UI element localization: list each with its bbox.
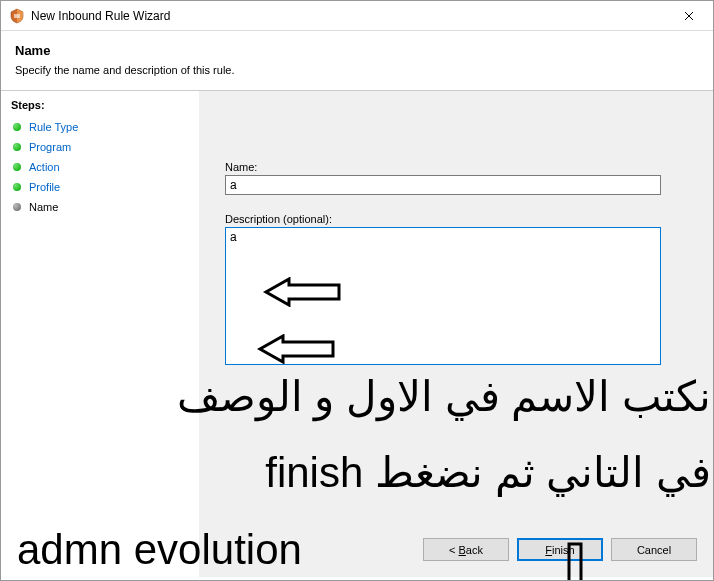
name-label: Name: — [225, 161, 695, 173]
name-input[interactable] — [225, 175, 661, 195]
titlebar: New Inbound Rule Wizard — [1, 1, 713, 31]
step-label: Action — [29, 161, 60, 173]
wizard-header: Name Specify the name and description of… — [1, 31, 713, 91]
step-label: Name — [29, 201, 58, 213]
bullet-icon — [13, 183, 21, 191]
wizard-main: Name: Description (optional): < Back Fin… — [199, 91, 713, 577]
step-label: Rule Type — [29, 121, 78, 133]
page-subtitle: Specify the name and description of this… — [15, 64, 699, 76]
close-button[interactable] — [667, 1, 711, 31]
back-button[interactable]: < Back — [423, 538, 509, 561]
step-label: Program — [29, 141, 71, 153]
step-program[interactable]: Program — [11, 137, 189, 157]
bullet-icon — [13, 203, 21, 211]
cancel-button[interactable]: Cancel — [611, 538, 697, 561]
window-title: New Inbound Rule Wizard — [31, 9, 667, 23]
app-icon — [9, 8, 25, 24]
steps-heading: Steps: — [11, 99, 189, 111]
bullet-icon — [13, 143, 21, 151]
step-label: Profile — [29, 181, 60, 193]
name-field-group: Name: — [225, 161, 695, 195]
bullet-icon — [13, 163, 21, 171]
page-title: Name — [15, 43, 699, 58]
svg-rect-0 — [14, 14, 20, 18]
description-input[interactable] — [225, 227, 661, 365]
description-label: Description (optional): — [225, 213, 695, 225]
step-profile[interactable]: Profile — [11, 177, 189, 197]
wizard-buttons: < Back Finish Cancel — [423, 538, 697, 561]
steps-sidebar: Steps: Rule Type Program Action Profile … — [1, 91, 199, 577]
step-rule-type[interactable]: Rule Type — [11, 117, 189, 137]
description-field-group: Description (optional): — [225, 213, 695, 368]
step-name[interactable]: Name — [11, 197, 189, 217]
finish-button[interactable]: Finish — [517, 538, 603, 561]
wizard-body: Steps: Rule Type Program Action Profile … — [1, 91, 713, 577]
bullet-icon — [13, 123, 21, 131]
step-action[interactable]: Action — [11, 157, 189, 177]
